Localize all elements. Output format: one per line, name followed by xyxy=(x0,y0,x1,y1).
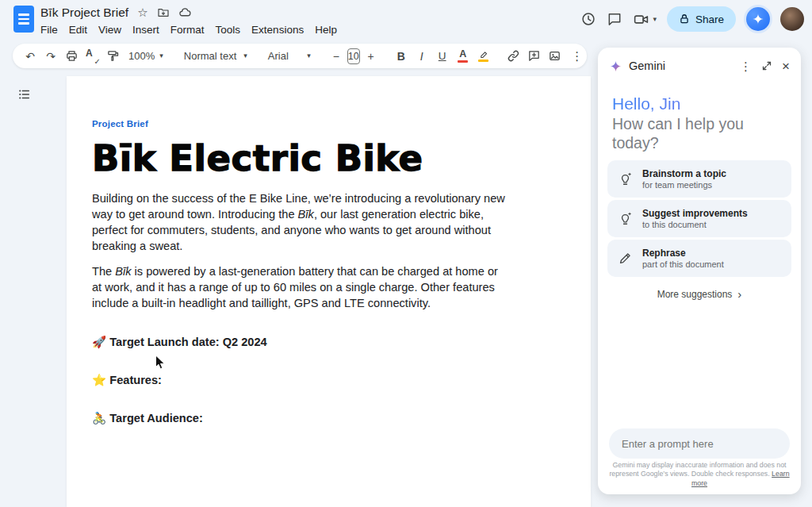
chevron-down-icon: ▾ xyxy=(243,52,247,60)
decrease-font-size-button[interactable]: − xyxy=(327,47,346,66)
star-icon[interactable]: ☆ xyxy=(137,6,147,18)
comments-icon[interactable] xyxy=(607,11,622,27)
spellcheck-button[interactable]: A✓ xyxy=(82,47,102,66)
share-button[interactable]: Share xyxy=(667,6,736,32)
add-comment-button[interactable] xyxy=(525,47,544,66)
font-select[interactable]: Arial ▾ xyxy=(263,47,316,66)
bold-button[interactable]: B xyxy=(392,47,411,66)
pen-icon xyxy=(618,251,633,266)
lightbulb-icon xyxy=(618,211,633,226)
suggestion-improvements[interactable]: Suggest improvements to this document xyxy=(607,200,791,237)
format-toolbar: ↶ ↷ A✓ 100% ▾ Normal text ▾ Arial ▾ − 10… xyxy=(13,44,587,68)
zoom-select[interactable]: 100% ▾ xyxy=(124,47,168,66)
gemini-greeting: Hello, Jin How can I help you today? xyxy=(598,84,801,152)
font-size-input[interactable]: 10 xyxy=(347,48,360,64)
topbar-right: ▾ Share xyxy=(580,6,804,32)
close-icon[interactable]: × xyxy=(782,60,790,73)
toolbar-overflow-button[interactable]: ⋮ xyxy=(568,47,587,66)
suggestion-subtitle: for team meetings xyxy=(642,180,726,190)
greeting-name: Hello, Jin xyxy=(612,94,787,114)
highlight-color-button[interactable] xyxy=(474,47,493,66)
gemini-panel: Gemini ⋮ × Hello, Jin How can I help you… xyxy=(598,48,801,494)
menu-format[interactable]: Format xyxy=(165,22,210,37)
version-history-icon[interactable] xyxy=(580,11,596,27)
prompt-input[interactable] xyxy=(609,428,790,459)
suggestion-title: Brainstorm a topic xyxy=(642,168,726,179)
lightbulb-icon xyxy=(618,171,633,186)
zoom-value: 100% xyxy=(128,50,155,62)
underline-button[interactable]: U xyxy=(433,47,452,66)
more-suggestions-link[interactable]: More suggestions › xyxy=(598,288,801,300)
chevron-right-icon: › xyxy=(737,288,741,300)
doc-eyebrow: Project Brief xyxy=(92,119,508,129)
doc-launch-line: 🚀 Target Launch date: Q2 2024 xyxy=(92,335,508,349)
doc-audience-line: 🚴 Target Audience: xyxy=(92,411,508,425)
expand-panel-icon[interactable] xyxy=(762,61,772,71)
font-value: Arial xyxy=(268,50,289,62)
disclaimer-text: Gemini may display inaccurate informatio… xyxy=(609,461,786,478)
doc-features-line: ⭐ Features: xyxy=(92,373,508,387)
meet-camera-icon[interactable]: ▾ xyxy=(633,11,657,28)
greeting-question: How can I help you today? xyxy=(612,114,787,152)
chevron-down-icon[interactable]: ▾ xyxy=(653,16,657,23)
menu-help[interactable]: Help xyxy=(309,22,343,37)
menu-view[interactable]: View xyxy=(93,22,127,37)
panel-menu-icon[interactable]: ⋮ xyxy=(740,60,752,72)
share-label: Share xyxy=(695,13,724,25)
suggestion-cards: Brainstorm a topic for team meetings Sug… xyxy=(607,160,791,277)
doc-paragraph-1: Building on the success of the E Bike Li… xyxy=(92,190,508,254)
doc-heading: Bīk Electric Bike xyxy=(92,139,508,179)
chevron-down-icon: ▾ xyxy=(159,52,163,60)
suggestion-subtitle: to this document xyxy=(642,220,748,229)
insert-link-button[interactable] xyxy=(504,47,523,66)
menu-bar: File Edit View Insert Format Tools Exten… xyxy=(35,22,343,37)
gemini-sparkle-icon xyxy=(752,13,764,25)
docs-logo[interactable] xyxy=(13,6,34,33)
cloud-status-icon[interactable] xyxy=(178,6,192,19)
menu-file[interactable]: File xyxy=(35,22,63,37)
menu-extensions[interactable]: Extensions xyxy=(246,22,309,37)
doc-paragraph-2: The Bīk is powered by a last-generation … xyxy=(92,263,508,311)
gemini-panel-title: Gemini xyxy=(629,60,665,72)
move-folder-icon[interactable] xyxy=(157,6,170,19)
share-lock-icon xyxy=(679,13,690,25)
suggestion-subtitle: part of this document xyxy=(642,259,724,269)
suggestion-title: Rephrase xyxy=(642,248,724,259)
menu-edit[interactable]: Edit xyxy=(63,22,93,37)
redo-button[interactable]: ↷ xyxy=(41,47,60,66)
document-page[interactable]: Project Brief Bīk Electric Bike Building… xyxy=(67,76,591,507)
increase-font-size-button[interactable]: + xyxy=(362,47,381,66)
menu-insert[interactable]: Insert xyxy=(127,22,165,37)
undo-button[interactable]: ↶ xyxy=(21,47,40,66)
title-area: Bīk Project Brief ☆ File Edit View Inser… xyxy=(40,3,343,37)
italic-button[interactable]: I xyxy=(412,47,431,66)
document-title[interactable]: Bīk Project Brief xyxy=(40,6,128,20)
gemini-disclaimer: Gemini may display inaccurate informatio… xyxy=(606,461,793,489)
more-suggestions-label: More suggestions xyxy=(657,289,733,300)
gemini-button[interactable] xyxy=(746,7,770,31)
gemini-panel-header: Gemini ⋮ × xyxy=(598,48,801,84)
menu-tools[interactable]: Tools xyxy=(210,22,247,37)
insert-image-button[interactable] xyxy=(546,47,565,66)
gemini-sparkle-icon xyxy=(609,60,622,73)
print-button[interactable] xyxy=(62,47,81,66)
suggestion-rephrase[interactable]: Rephrase part of this document xyxy=(607,240,791,277)
paint-format-button[interactable] xyxy=(103,47,122,66)
paragraph-style-select[interactable]: Normal text ▾ xyxy=(179,47,252,66)
document-outline-icon[interactable] xyxy=(16,86,33,103)
suggestion-brainstorm[interactable]: Brainstorm a topic for team meetings xyxy=(607,160,791,198)
text-color-button[interactable]: A xyxy=(454,47,473,66)
chevron-down-icon: ▾ xyxy=(307,52,311,60)
paragraph-style-value: Normal text xyxy=(184,50,236,62)
user-avatar[interactable] xyxy=(780,7,804,31)
suggestion-title: Suggest improvements xyxy=(642,208,748,219)
top-bar: Bīk Project Brief ☆ File Edit View Inser… xyxy=(0,0,812,38)
